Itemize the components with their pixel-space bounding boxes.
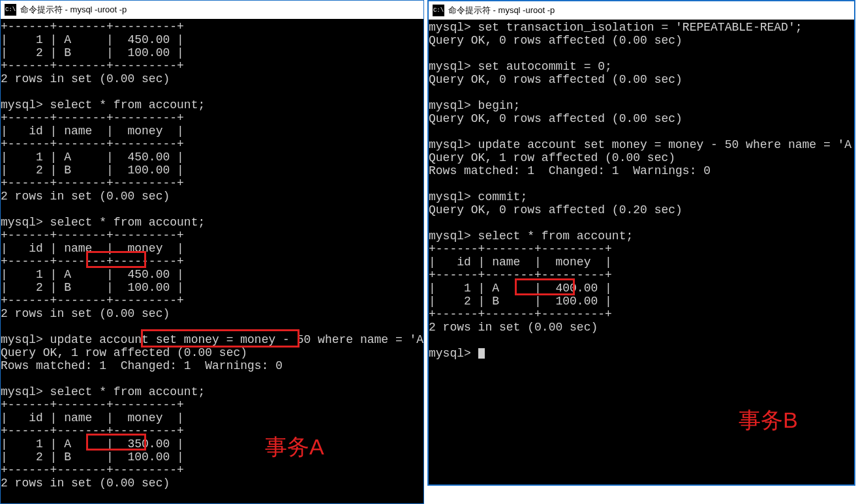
transaction-label-a: 事务A	[265, 432, 324, 462]
cmd-icon: C:\	[433, 5, 444, 16]
terminal-line: Query OK, 1 row affected (0.00 sec)	[429, 151, 854, 164]
terminal-line: | 2 | B | 100.00 |	[1, 164, 423, 177]
terminal-line: Query OK, 0 rows affected (0.00 sec)	[429, 112, 854, 125]
terminal-line: | id | name | money |	[1, 125, 423, 138]
terminal-line	[1, 372, 423, 385]
terminal-line: mysql> set transaction_isolation = 'REPE…	[429, 21, 854, 34]
terminal-line: mysql> commit;	[429, 190, 854, 203]
terminal-line: mysql> update account set money = money …	[429, 138, 854, 151]
terminal-line: +------+-------+---------+	[1, 255, 423, 268]
terminal-line: +------+-------+---------+	[1, 138, 423, 151]
terminal-output-left[interactable]: +------+-------+---------+| 1 | A | 450.…	[1, 19, 423, 490]
terminal-line: 2 rows in set (0.00 sec)	[429, 321, 854, 334]
cursor	[478, 348, 485, 359]
terminal-line: | 2 | B | 100.00 |	[1, 281, 423, 294]
terminal-line: | 2 | B | 100.00 |	[429, 295, 854, 308]
terminal-line: mysql> select * from account;	[1, 385, 423, 398]
terminal-line: | 2 | B | 100.00 |	[1, 46, 423, 59]
terminal-line: +------+-------+---------+	[429, 269, 854, 282]
terminal-line: mysql> select * from account;	[429, 230, 854, 243]
terminal-line: +------+-------+---------+	[1, 229, 423, 242]
terminal-line: 2 rows in set (0.00 sec)	[1, 190, 423, 203]
terminal-line: Rows matched: 1 Changed: 1 Warnings: 0	[1, 359, 423, 372]
terminal-line: Rows matched: 1 Changed: 1 Warnings: 0	[429, 164, 854, 177]
terminal-line: mysql>	[429, 347, 854, 360]
terminal-window-right: C:\ 命令提示符 - mysql -uroot -p mysql> set t…	[427, 0, 855, 486]
terminal-line: +------+-------+---------+	[1, 111, 423, 125]
terminal-line: 2 rows in set (0.00 sec)	[1, 72, 423, 85]
terminal-line: Query OK, 0 rows affected (0.00 sec)	[429, 73, 854, 86]
terminal-line	[429, 334, 854, 347]
titlebar-right[interactable]: C:\ 命令提示符 - mysql -uroot -p	[429, 1, 854, 20]
terminal-line	[1, 320, 423, 333]
terminal-line: Query OK, 0 rows affected (0.20 sec)	[429, 203, 854, 216]
terminal-line	[429, 125, 854, 138]
terminal-line: mysql> begin;	[429, 99, 854, 112]
terminal-line: mysql> select * from account;	[1, 98, 423, 111]
terminal-line	[429, 47, 854, 60]
terminal-line: | 1 | A | 400.00 |	[429, 282, 854, 295]
terminal-line: +------+-------+---------+	[429, 308, 854, 321]
terminal-line: | id | name | money |	[429, 256, 854, 269]
cmd-icon: C:\	[5, 4, 16, 16]
terminal-line: 2 rows in set (0.00 sec)	[1, 477, 423, 490]
terminal-line: mysql> select * from account;	[1, 216, 423, 229]
terminal-line: mysql> update account set money = money …	[1, 333, 423, 346]
terminal-line: | id | name | money |	[1, 411, 423, 424]
terminal-output-right[interactable]: mysql> set transaction_isolation = 'REPE…	[429, 20, 854, 360]
terminal-line: +------+-------+---------+	[429, 243, 854, 256]
window-title-right: 命令提示符 - mysql -uroot -p	[448, 5, 555, 16]
terminal-line: | id | name | money |	[1, 242, 423, 255]
terminal-line: +------+-------+---------+	[1, 294, 423, 307]
terminal-line: +------+-------+---------+	[1, 59, 423, 72]
terminal-window-left: C:\ 命令提示符 - mysql -uroot -p +------+----…	[0, 0, 424, 504]
terminal-line: | 1 | A | 350.00 |	[1, 437, 423, 451]
terminal-line: +------+-------+---------+	[1, 424, 423, 437]
window-title-left: 命令提示符 - mysql -uroot -p	[20, 4, 127, 16]
terminal-line: | 1 | A | 450.00 |	[1, 33, 423, 46]
terminal-line	[429, 216, 854, 230]
terminal-line: | 1 | A | 450.00 |	[1, 151, 423, 164]
terminal-line	[429, 177, 854, 190]
terminal-line: +------+-------+---------+	[1, 464, 423, 477]
terminal-line: Query OK, 0 rows affected (0.00 sec)	[429, 34, 854, 47]
terminal-line	[1, 203, 423, 216]
titlebar-left[interactable]: C:\ 命令提示符 - mysql -uroot -p	[1, 1, 423, 19]
terminal-line: | 1 | A | 450.00 |	[1, 268, 423, 281]
terminal-line: +------+-------+---------+	[1, 177, 423, 190]
terminal-line	[1, 85, 423, 98]
terminal-line: +------+-------+---------+	[1, 398, 423, 411]
terminal-line: mysql> set autocommit = 0;	[429, 60, 854, 73]
terminal-line	[429, 86, 854, 99]
terminal-line: +------+-------+---------+	[1, 20, 423, 33]
transaction-label-b: 事务B	[739, 406, 798, 436]
terminal-line: 2 rows in set (0.00 sec)	[1, 307, 423, 320]
terminal-line: | 2 | B | 100.00 |	[1, 451, 423, 464]
terminal-line: Query OK, 1 row affected (0.00 sec)	[1, 346, 423, 359]
